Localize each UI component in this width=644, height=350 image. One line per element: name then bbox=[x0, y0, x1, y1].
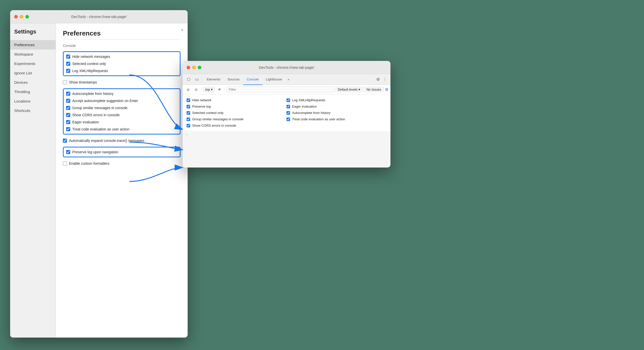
checkbox-eager-eval: Eager evaluation bbox=[66, 119, 177, 126]
checkbox-accept-autocomplete-label: Accept autocomplete suggestion on Enter bbox=[72, 99, 138, 103]
console-prompt[interactable]: › bbox=[183, 131, 390, 138]
checkbox-timestamps-input[interactable] bbox=[63, 80, 67, 84]
context-selector[interactable]: top ▾ bbox=[203, 87, 215, 92]
sidebar-heading: Settings bbox=[10, 28, 56, 40]
maximize-traffic-right[interactable] bbox=[198, 66, 201, 69]
console-label-hide-network: Hide network bbox=[192, 98, 211, 102]
sidebar-item-preferences[interactable]: Preferences bbox=[10, 40, 56, 49]
sidebar-item-locations[interactable]: Locations bbox=[10, 96, 56, 106]
console-checkbox-group-similar[interactable] bbox=[187, 118, 190, 121]
sidebar-item-throttling[interactable]: Throttling bbox=[10, 87, 56, 96]
console-item-group-similar: Group similar messages in console bbox=[187, 116, 287, 122]
settings-window: DevTools - chrome://new-tab-page/ Settin… bbox=[10, 10, 188, 338]
issues-label: No Issues bbox=[366, 88, 381, 91]
checkbox-log-xml: Log XMLHttpRequests bbox=[66, 67, 177, 74]
console-checkbox-selected-context[interactable] bbox=[187, 111, 190, 115]
issues-button[interactable]: No Issues bbox=[364, 87, 384, 92]
console-item-cors: Show CORS errors in console bbox=[187, 122, 287, 129]
checkbox-hide-network-input[interactable] bbox=[66, 55, 70, 59]
checkbox-custom-formatters-input[interactable] bbox=[63, 161, 67, 165]
console-label-preserve-log: Preserve log bbox=[192, 105, 211, 108]
console-item-autocomplete: Autocomplete from history bbox=[287, 110, 386, 116]
filter-input[interactable] bbox=[226, 86, 334, 93]
close-button[interactable]: × bbox=[181, 27, 184, 33]
checkbox-preserve-log-input[interactable] bbox=[66, 150, 70, 154]
console-checkbox-log-xml[interactable] bbox=[287, 98, 290, 102]
console-section-label: Console bbox=[63, 44, 181, 48]
inspect-icon[interactable]: ⬡ bbox=[185, 75, 193, 84]
toolbar-divider-2 bbox=[225, 87, 225, 92]
console-item-hide-network: Hide network bbox=[187, 97, 287, 103]
console-checkbox-hide-network[interactable] bbox=[187, 98, 190, 102]
console-item-preserve-log: Preserve log bbox=[187, 103, 287, 110]
checkbox-cors-errors-input[interactable] bbox=[66, 113, 70, 117]
checkbox-selected-context-input[interactable] bbox=[66, 62, 70, 66]
sidebar-item-shortcuts[interactable]: Shortcuts bbox=[10, 106, 56, 115]
console-label-eager-eval: Eager evaluation bbox=[292, 105, 317, 108]
console-label-log-xml: Log XMLHttpRequests bbox=[292, 98, 325, 102]
console-toolbar: ⊘ ⊝ top ▾ 👁 Default levels ▾ No Issues ⚙ bbox=[183, 85, 390, 94]
preferences-title: Preferences bbox=[63, 29, 181, 37]
tab-elements[interactable]: Elements bbox=[203, 74, 224, 85]
checkbox-group-similar: Group similar messages in console bbox=[66, 104, 177, 111]
tab-more[interactable]: » bbox=[285, 77, 291, 81]
checkbox-expand-trace-input[interactable] bbox=[63, 139, 67, 143]
checkbox-timestamps-label: Show timestamps bbox=[69, 80, 97, 84]
levels-label: Default levels bbox=[338, 88, 357, 91]
tab-lighthouse[interactable]: Lighthouse bbox=[262, 74, 286, 85]
maximize-traffic-light[interactable] bbox=[25, 15, 29, 19]
console-label-selected-context: Selected context only bbox=[192, 111, 224, 115]
levels-button[interactable]: Default levels ▾ bbox=[335, 87, 363, 92]
console-checkbox-preserve-log[interactable] bbox=[187, 105, 190, 108]
checkbox-autocomplete-history-label: Autocomplete from history bbox=[72, 92, 114, 96]
console-item-treat-code: Treat code evaluation as user action bbox=[287, 116, 386, 122]
tab-console[interactable]: Console bbox=[243, 74, 262, 85]
console-checkbox-treat-code[interactable] bbox=[287, 118, 290, 121]
checkbox-log-xml-label: Log XMLHttpRequests bbox=[72, 69, 108, 73]
checkbox-treat-code-eval-input[interactable] bbox=[66, 127, 70, 131]
checkbox-log-xml-input[interactable] bbox=[66, 69, 70, 73]
sidebar-item-experiments[interactable]: Experiments bbox=[10, 59, 56, 68]
tab-divider bbox=[202, 76, 202, 82]
console-gear-icon[interactable]: ⚙ bbox=[385, 87, 388, 92]
console-checkbox-autocomplete[interactable] bbox=[287, 111, 290, 115]
titlebar-title-right: DevTools - chrome://new-tab-page/ bbox=[259, 65, 314, 70]
traffic-lights bbox=[14, 15, 29, 19]
checkbox-hide-network: Hide network messages bbox=[66, 53, 177, 60]
titlebar-right: DevTools - chrome://new-tab-page/ bbox=[183, 61, 390, 74]
tab-sources[interactable]: Sources bbox=[224, 74, 243, 85]
checkbox-treat-code-eval: Treat code evaluation as user action bbox=[66, 126, 177, 133]
console-col2: Log XMLHttpRequests Eager evaluation Aut… bbox=[287, 97, 386, 129]
checkbox-accept-autocomplete-input[interactable] bbox=[66, 99, 70, 103]
checkbox-custom-formatters-label: Enable custom formatters bbox=[69, 161, 110, 165]
checkbox-custom-formatters: Enable custom formatters bbox=[63, 160, 181, 167]
console-checkbox-cors[interactable] bbox=[187, 124, 190, 127]
checkbox-preserve-log: Preserve log upon navigation bbox=[66, 148, 177, 156]
sidebar-item-ignore-list[interactable]: Ignore List bbox=[10, 68, 56, 78]
sidebar-item-devices[interactable]: Devices bbox=[10, 78, 56, 87]
console-item-selected-context: Selected context only bbox=[187, 110, 287, 116]
filter-icon[interactable]: ⊝ bbox=[193, 86, 200, 93]
close-traffic-light[interactable] bbox=[14, 15, 18, 19]
device-icon[interactable]: ▭ bbox=[193, 75, 201, 84]
console-label-group-similar: Group similar messages in console bbox=[192, 117, 243, 121]
checkbox-autocomplete-history-input[interactable] bbox=[66, 92, 70, 96]
checkbox-group-similar-input[interactable] bbox=[66, 106, 70, 110]
context-selector-label: top bbox=[205, 88, 210, 91]
context-selector-arrow: ▾ bbox=[211, 88, 213, 91]
more-menu-icon[interactable]: ⋮ bbox=[381, 77, 388, 82]
close-traffic-right[interactable] bbox=[187, 66, 190, 69]
minimize-traffic-right[interactable] bbox=[192, 66, 196, 69]
console-checkbox-eager-eval[interactable] bbox=[287, 105, 290, 108]
clear-console-icon[interactable]: ⊘ bbox=[185, 86, 192, 93]
prompt-chevron: › bbox=[187, 133, 188, 136]
sidebar-item-workspace[interactable]: Workspace bbox=[10, 49, 56, 59]
checkbox-expand-trace: Automatically expand console.trace() mes… bbox=[63, 137, 181, 144]
console-item-eager-eval: Eager evaluation bbox=[287, 103, 386, 110]
checkbox-eager-eval-input[interactable] bbox=[66, 120, 70, 124]
checkbox-autocomplete-history: Autocomplete from history bbox=[66, 90, 177, 97]
eye-icon[interactable]: 👁 bbox=[216, 86, 223, 93]
window-body-left: Settings Preferences Workspace Experimen… bbox=[10, 23, 188, 338]
minimize-traffic-light[interactable] bbox=[20, 15, 23, 19]
settings-gear-icon[interactable]: ⚙ bbox=[375, 77, 381, 82]
